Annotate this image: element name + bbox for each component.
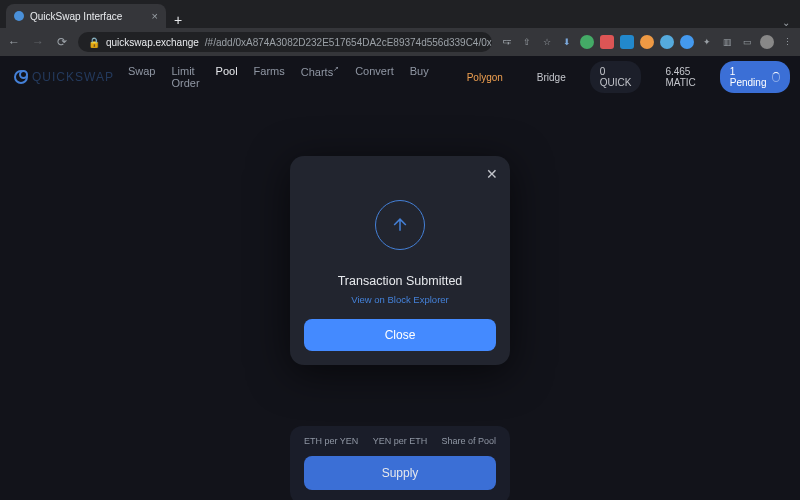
share-icon[interactable]: ⇧ bbox=[520, 35, 534, 49]
block-explorer-link[interactable]: View on Block Explorer bbox=[304, 294, 496, 305]
url-host: quickswap.exchange bbox=[106, 37, 199, 48]
favicon bbox=[14, 11, 24, 21]
reading-icon[interactable]: ▭ bbox=[740, 35, 754, 49]
translate-icon[interactable]: ⮓ bbox=[500, 35, 514, 49]
tabs-dropdown-icon[interactable]: ⌄ bbox=[782, 17, 790, 28]
lock-icon: 🔒 bbox=[88, 37, 100, 48]
forward-icon[interactable]: → bbox=[30, 35, 46, 49]
address-bar: ← → ⟳ 🔒 quickswap.exchange/#/add/0xA874A… bbox=[0, 28, 800, 56]
modal-overlay: ✕ Transaction Submitted View on Block Ex… bbox=[0, 56, 800, 500]
back-icon[interactable]: ← bbox=[6, 35, 22, 49]
ext-1-icon[interactable]: ⬇ bbox=[560, 35, 574, 49]
extension-icons: ⮓ ⇧ ☆ ⬇ ✦ ▥ ▭ ⋮ bbox=[500, 35, 794, 49]
url-path: /#/add/0xA874A3082D232E517654DA2cE89374d… bbox=[205, 37, 492, 48]
close-tab-icon[interactable]: × bbox=[152, 10, 158, 22]
modal-title: Transaction Submitted bbox=[304, 274, 496, 288]
reload-icon[interactable]: ⟳ bbox=[54, 35, 70, 49]
arrow-up-icon bbox=[375, 200, 425, 250]
extensions-icon[interactable]: ✦ bbox=[700, 35, 714, 49]
app-root: QUICKSWAP Swap Limit Order Pool Farms Ch… bbox=[0, 56, 800, 500]
ext-2-icon[interactable] bbox=[580, 35, 594, 49]
star-icon[interactable]: ☆ bbox=[540, 35, 554, 49]
browser-tab[interactable]: QuickSwap Interface × bbox=[6, 4, 166, 28]
url-input[interactable]: 🔒 quickswap.exchange/#/add/0xA874A3082D2… bbox=[78, 32, 492, 52]
profile-icon[interactable] bbox=[760, 35, 774, 49]
ext-7-icon[interactable] bbox=[680, 35, 694, 49]
tab-title: QuickSwap Interface bbox=[30, 11, 122, 22]
ext-6-icon[interactable] bbox=[660, 35, 674, 49]
ext-4-icon[interactable] bbox=[620, 35, 634, 49]
ext-3-icon[interactable] bbox=[600, 35, 614, 49]
close-button[interactable]: Close bbox=[304, 319, 496, 351]
transaction-modal: ✕ Transaction Submitted View on Block Ex… bbox=[290, 156, 510, 365]
browser-tab-bar: QuickSwap Interface × + ⌄ bbox=[0, 0, 800, 28]
panel-icon[interactable]: ▥ bbox=[720, 35, 734, 49]
close-icon[interactable]: ✕ bbox=[486, 166, 498, 182]
ext-5-icon[interactable] bbox=[640, 35, 654, 49]
menu-icon[interactable]: ⋮ bbox=[780, 35, 794, 49]
new-tab-button[interactable]: + bbox=[166, 12, 190, 28]
